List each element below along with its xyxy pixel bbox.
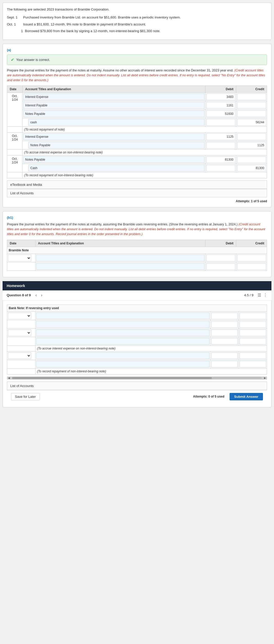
account-input[interactable] (36, 361, 210, 367)
date-dropdown-3[interactable]: Jan. 1/24 Oct. 1/24 (8, 329, 31, 336)
debit-cell[interactable] (205, 141, 236, 150)
etextbook-link[interactable]: eTextbook and Media (7, 180, 267, 189)
credit-cell[interactable] (236, 254, 267, 262)
debit-input[interactable] (206, 102, 235, 109)
account-input[interactable] (36, 352, 210, 359)
debit-cell[interactable] (211, 311, 239, 320)
debit-cell[interactable] (205, 164, 236, 172)
entry-cell[interactable] (23, 155, 205, 164)
scroll-left-arrow[interactable]: ◀ (7, 376, 11, 379)
account-input[interactable] (23, 111, 204, 117)
account-input[interactable] (23, 156, 204, 163)
debit-cell[interactable] (205, 101, 236, 110)
debit-cell[interactable] (205, 93, 236, 101)
date-dropdown-cell-2[interactable]: Jan. 1/24 Oct. 1/24 (7, 311, 35, 320)
credit-input[interactable] (240, 361, 266, 367)
entry-cell[interactable] (23, 110, 205, 118)
debit-input[interactable] (206, 263, 235, 270)
credit-cell[interactable] (236, 101, 267, 110)
debit-input[interactable] (206, 255, 235, 261)
horizontal-scrollbar[interactable]: ◀ ▶ (7, 376, 267, 380)
debit-input[interactable] (211, 352, 238, 359)
credit-cell[interactable] (236, 118, 267, 127)
debit-cell[interactable] (205, 110, 236, 118)
credit-input[interactable] (240, 352, 266, 359)
debit-cell[interactable] (211, 360, 239, 368)
debit-input[interactable] (206, 142, 235, 149)
credit-cell[interactable] (239, 311, 267, 320)
entry-cell[interactable] (23, 118, 205, 127)
debit-cell[interactable] (205, 262, 236, 271)
debit-input[interactable] (211, 312, 238, 319)
prev-button[interactable]: ‹ (34, 292, 38, 298)
debit-cell[interactable] (211, 328, 239, 337)
date-dropdown-4[interactable]: Jan. 1/24 Oct. 1/24 (8, 352, 31, 359)
entry-cell[interactable] (23, 141, 205, 150)
entry-cell[interactable] (23, 164, 205, 172)
entry-cell[interactable] (23, 101, 205, 110)
credit-cell[interactable] (236, 110, 267, 118)
account-input[interactable] (36, 321, 210, 328)
date-dropdown-cell-1[interactable]: Jan. 1/24 Oct. 1/24 (7, 254, 35, 262)
credit-input[interactable] (240, 329, 266, 336)
credit-cell[interactable] (239, 337, 267, 345)
account-input[interactable] (36, 263, 204, 270)
account-input[interactable] (36, 338, 210, 345)
debit-input[interactable] (206, 119, 235, 126)
credit-input[interactable] (237, 133, 266, 140)
date-dropdown-cell-4[interactable]: Jan. 1/24 Oct. 1/24 (7, 351, 35, 360)
credit-cell[interactable] (236, 164, 267, 172)
debit-input[interactable] (206, 156, 235, 163)
debit-cell[interactable] (205, 118, 236, 127)
entry-cell[interactable] (35, 262, 205, 271)
credit-input[interactable] (237, 156, 266, 163)
entry-cell[interactable] (35, 311, 211, 320)
account-input[interactable] (23, 102, 204, 109)
entry-cell[interactable] (23, 93, 205, 101)
debit-input[interactable] (206, 165, 235, 171)
credit-cell[interactable] (239, 360, 267, 368)
account-input[interactable] (23, 133, 204, 140)
account-input[interactable] (29, 142, 204, 149)
debit-cell[interactable] (205, 254, 236, 262)
credit-cell[interactable] (236, 262, 267, 271)
date-dropdown-cell-3[interactable]: Jan. 1/24 Oct. 1/24 (7, 328, 35, 337)
debit-cell[interactable] (211, 351, 239, 360)
credit-cell[interactable] (236, 93, 267, 101)
account-input[interactable] (36, 255, 204, 261)
credit-input[interactable] (237, 142, 266, 149)
account-input[interactable] (36, 312, 210, 319)
credit-input[interactable] (240, 321, 266, 328)
debit-input[interactable] (211, 361, 238, 367)
debit-cell[interactable] (205, 155, 236, 164)
list-of-accounts-link-b1[interactable]: List of Accounts (7, 382, 267, 390)
more-icon[interactable]: ⋮ (263, 293, 267, 298)
credit-input[interactable] (237, 165, 266, 171)
debit-cell[interactable] (211, 320, 239, 328)
debit-input[interactable] (206, 94, 235, 100)
account-input[interactable] (36, 329, 210, 336)
credit-input[interactable] (237, 263, 266, 270)
submit-answer-button[interactable]: Submit Answer (230, 393, 263, 400)
next-button[interactable]: › (39, 292, 44, 298)
scroll-right-arrow[interactable]: ▶ (263, 376, 267, 379)
debit-input[interactable] (211, 329, 238, 336)
credit-input[interactable] (237, 111, 266, 117)
entry-cell[interactable] (35, 360, 211, 368)
credit-input[interactable] (240, 312, 266, 319)
list-icon[interactable]: ☰ (258, 293, 261, 298)
credit-input[interactable] (237, 94, 266, 100)
credit-cell[interactable] (236, 141, 267, 150)
entry-cell[interactable] (35, 328, 211, 337)
save-button[interactable]: Save for Later (11, 393, 40, 400)
credit-input[interactable] (237, 119, 266, 126)
debit-input[interactable] (211, 321, 238, 328)
credit-input[interactable] (237, 102, 266, 109)
account-input[interactable] (29, 165, 204, 171)
entry-cell[interactable] (35, 254, 205, 262)
credit-cell[interactable] (236, 133, 267, 141)
credit-cell[interactable] (239, 328, 267, 337)
list-of-accounts-link-a[interactable]: List of Accounts (7, 189, 267, 197)
credit-cell[interactable] (239, 351, 267, 360)
entry-cell[interactable] (35, 337, 211, 345)
